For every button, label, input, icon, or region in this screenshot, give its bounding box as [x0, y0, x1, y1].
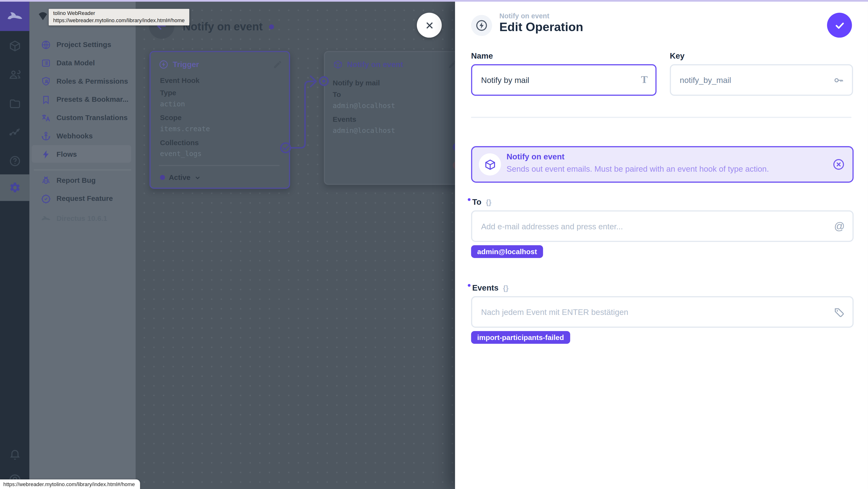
tolino-favicon [38, 11, 48, 21]
notice-badge [479, 153, 501, 176]
events-chip[interactable]: import-participants-failed [471, 331, 570, 344]
drawer-overline: Notify on event [499, 12, 549, 20]
section-divider [471, 117, 851, 118]
module-files[interactable] [0, 89, 29, 118]
field-value: admin@localhost [333, 101, 395, 110]
bug-icon [41, 175, 51, 185]
sidebar-item-report-bug[interactable]: Report Bug [29, 171, 136, 189]
module-insights[interactable] [0, 117, 29, 147]
trigger-panel[interactable]: Trigger Event Hook Type action Scope ite… [150, 51, 290, 189]
connector-arrow-icon [311, 76, 316, 87]
sidebar-item-label: Roles & Permissions [56, 77, 128, 85]
sidebar-item-roles-permissions[interactable]: Roles & Permissions [29, 72, 136, 90]
to-label-row: To {} [468, 198, 491, 207]
sidebar-item-label: Custom Translations [56, 114, 128, 122]
title-icon: T [641, 74, 648, 86]
active-dot [160, 175, 165, 180]
field-label: To [333, 90, 341, 98]
chevron-down-icon [194, 174, 202, 181]
bolt-icon [41, 149, 51, 159]
sidebar-item-project-settings[interactable]: Project Settings [29, 35, 136, 54]
to-chip[interactable]: admin@localhost [471, 245, 543, 258]
tab-tooltip: tolino WebReader https://webreader.mytol… [49, 9, 189, 26]
field-value: action [160, 99, 185, 108]
help-icon [9, 155, 21, 167]
sidebar-item-flows[interactable]: Flows [29, 145, 136, 163]
window-top-strip [0, 0, 868, 2]
events-input[interactable]: Nach jedem Event mit ENTER bestätigen [471, 296, 854, 328]
tooltip-title: tolino WebReader [53, 10, 185, 17]
sidebar-item-webhooks[interactable]: Webhooks [29, 127, 136, 145]
notifications-button[interactable] [0, 439, 29, 469]
raw-value-icon[interactable]: {} [503, 284, 508, 292]
settings-nav: Project Settings Data Model Roles & Perm… [29, 0, 136, 489]
deselect-operation-icon[interactable] [833, 158, 845, 171]
operation-name: Notify by mail [333, 79, 380, 87]
module-help[interactable] [0, 146, 29, 176]
key-icon [833, 74, 844, 86]
tooltip-url: https://webreader.mytolino.com/library/i… [53, 17, 185, 24]
bolt-circle-icon [159, 60, 168, 69]
globe-icon [41, 39, 51, 50]
list-icon [41, 58, 51, 68]
close-drawer-button[interactable] [417, 13, 442, 38]
field-value: event_logs [160, 150, 202, 158]
flow-status-toggle[interactable]: Active [160, 173, 202, 182]
operation-panel[interactable]: Notify on event Notify by mail To admin@… [324, 51, 455, 185]
raw-value-icon[interactable]: {} [486, 198, 491, 206]
edit-icon[interactable] [448, 60, 455, 69]
key-value: notify_by_mail [680, 75, 833, 84]
sidebar-item-data-model[interactable]: Data Model [29, 54, 136, 72]
connector-line [290, 81, 314, 148]
name-value: Notify by mail [481, 75, 641, 84]
notice-title: Notify on event [506, 152, 564, 161]
to-label: To [472, 198, 481, 207]
events-label: Events [472, 283, 498, 293]
sidebar-version: Directus 10.6.1 [29, 209, 136, 227]
sidebar-item-request-feature[interactable]: Request Feature [29, 189, 136, 208]
module-settings-active[interactable] [0, 174, 29, 201]
sidebar-item-label: Request Feature [56, 194, 113, 203]
box-icon [333, 60, 343, 69]
flow-status-dot [269, 24, 274, 29]
key-input[interactable]: notify_by_mail [670, 64, 853, 96]
module-users[interactable] [0, 60, 29, 89]
directus-logo[interactable] [0, 2, 29, 31]
check-icon [833, 19, 845, 31]
field-label: Type [160, 89, 176, 97]
bolt-circle-icon [475, 19, 488, 32]
field-label: Events [333, 115, 356, 123]
box-icon [9, 39, 21, 52]
edit-icon[interactable] [273, 60, 282, 69]
translate-icon [41, 113, 51, 122]
field-value: admin@localhost [333, 126, 395, 134]
email-at-icon: @ [834, 220, 845, 233]
sidebar-item-custom-translations[interactable]: Custom Translations [29, 109, 136, 127]
to-input[interactable]: Add e-mail addresses and press enter... … [471, 210, 854, 242]
required-dot [468, 198, 470, 201]
events-label-row: Events {} [468, 283, 508, 293]
operation-type-notice: Notify on event Sends out event emails. … [471, 146, 854, 183]
flow-editor-workspace: Notify on event Trigger Event Hook Type … [135, 0, 455, 489]
sidebar-item-label: Flows [56, 150, 77, 158]
drawer-title: Edit Operation [499, 20, 583, 34]
rabbit-small-icon [41, 213, 51, 223]
save-button[interactable] [827, 13, 852, 38]
module-content[interactable] [0, 31, 29, 61]
bell-icon [9, 448, 21, 461]
new-releases-icon [41, 193, 51, 203]
version-label: Directus 10.6.1 [56, 214, 107, 222]
sidebar-item-presets-bookmarks[interactable]: Presets & Bookmar... [29, 90, 136, 109]
nav-divider [34, 170, 131, 170]
insights-icon [9, 126, 21, 138]
drawer-header-badge [471, 15, 492, 36]
bookmark-icon [41, 94, 51, 104]
module-bar [0, 0, 29, 489]
sidebar-item-label: Presets & Bookmar... [56, 95, 128, 103]
rabbit-logo-icon [6, 10, 23, 23]
field-value: items.create [160, 125, 210, 133]
box-icon [484, 159, 496, 170]
name-input[interactable]: Notify by mail T [471, 64, 656, 96]
gear-icon [9, 182, 21, 194]
sidebar-item-label: Project Settings [56, 40, 111, 49]
